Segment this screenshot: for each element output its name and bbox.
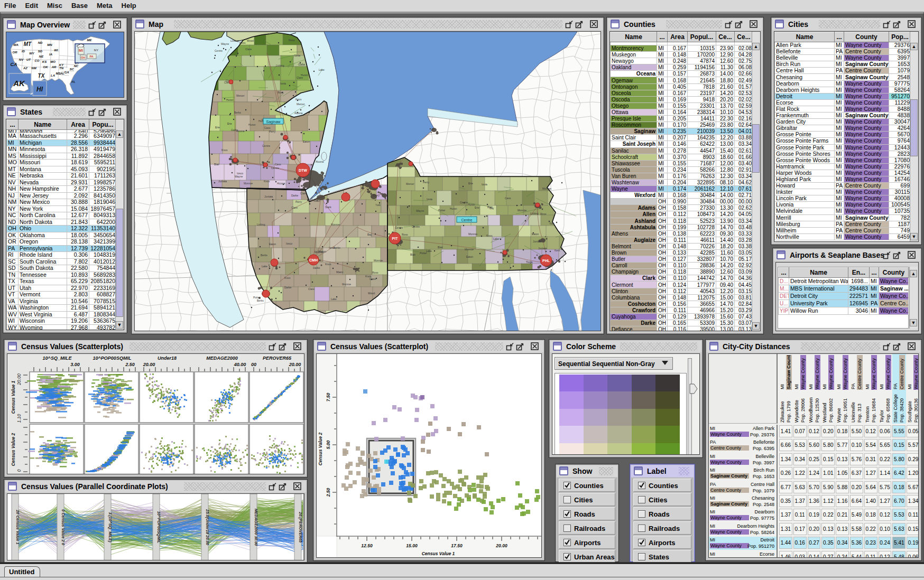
- svg-text:Huron: Huron: [301, 73, 308, 77]
- svg-text:Blair: Blair: [438, 246, 443, 249]
- svg-text:SC: SC: [70, 68, 75, 71]
- svg-text:Licking: Licking: [230, 39, 239, 42]
- svg-text:10^POP00SQMIL: 10^POP00SQMIL: [156, 511, 161, 544]
- svg-text:KS: KS: [42, 60, 47, 63]
- svg-text:LA: LA: [51, 74, 55, 77]
- svg-text:Centre: Centre: [395, 226, 403, 229]
- svg-text:Alcona: Alcona: [277, 182, 285, 185]
- svg-text:CO: CO: [35, 59, 40, 62]
- svg-text:17.50: 17.50: [451, 543, 463, 548]
- svg-text:NV: NV: [19, 58, 24, 61]
- svg-text:Mason: Mason: [318, 250, 326, 253]
- svg-text:Alcona: Alcona: [294, 111, 303, 115]
- svg-text:TN: TN: [59, 67, 64, 70]
- svg-text:Clare: Clare: [300, 192, 307, 195]
- svg-text:PEROVER65: PEROVER65: [263, 356, 292, 361]
- svg-text:York: York: [375, 203, 381, 207]
- svg-text:Ross: Ross: [540, 212, 547, 216]
- svg-text:Eaton: Eaton: [466, 255, 473, 258]
- svg-text:Knox: Knox: [365, 275, 372, 278]
- svg-text:Berks: Berks: [334, 246, 340, 249]
- svg-text:10^SQ_MILE: 10^SQ_MILE: [43, 356, 72, 361]
- svg-text:Mercer: Mercer: [297, 102, 305, 106]
- svg-text:Mercer: Mercer: [406, 182, 414, 185]
- svg-text:Ionia: Ionia: [427, 198, 432, 201]
- svg-text:Eaton: Eaton: [269, 242, 276, 246]
- svg-text:20 Census Value 1: 20 Census Value 1: [15, 509, 20, 545]
- svg-text:Knox: Knox: [295, 98, 302, 101]
- svg-text:Monroe: Monroe: [518, 209, 526, 212]
- svg-text:Ionia: Ionia: [329, 246, 335, 249]
- svg-text:WY: WY: [29, 52, 35, 55]
- svg-text:Licking: Licking: [530, 212, 539, 215]
- svg-text:Potter: Potter: [420, 251, 427, 255]
- svg-text:Saginaw: Saginaw: [266, 120, 281, 124]
- svg-text:PA: PA: [89, 55, 93, 58]
- svg-text:Knox: Knox: [221, 148, 228, 152]
- svg-text:Cass: Cass: [264, 126, 271, 129]
- svg-text:Clare: Clare: [291, 206, 298, 209]
- svg-text:Cass: Cass: [505, 197, 511, 200]
- svg-text:Juniata: Juniata: [264, 195, 273, 198]
- svg-text:Miami: Miami: [336, 270, 343, 274]
- svg-text:Alcona: Alcona: [316, 160, 324, 163]
- svg-text:Blair: Blair: [487, 205, 493, 209]
- svg-text:1.10: 1.10: [16, 414, 22, 423]
- svg-text:CMH: CMH: [309, 258, 318, 262]
- svg-text:Ionia: Ionia: [482, 183, 487, 186]
- svg-text:Perry: Perry: [269, 130, 275, 133]
- svg-text:Knox: Knox: [486, 234, 493, 237]
- svg-text:IA: IA: [49, 53, 52, 56]
- svg-text:Clare: Clare: [308, 287, 315, 291]
- svg-text:5.00: 5.00: [326, 440, 331, 449]
- svg-text:Ross: Ross: [402, 233, 408, 236]
- svg-text:Stark: Stark: [325, 205, 331, 209]
- svg-text:Kent: Kent: [555, 249, 560, 252]
- svg-text:Bay: Bay: [367, 233, 372, 236]
- svg-text:MEDAGE2000 30.00: MEDAGE2000 30.00: [254, 509, 258, 546]
- svg-text:Lake: Lake: [493, 237, 499, 240]
- svg-text:0: 0: [16, 469, 22, 472]
- svg-text:2.50: 2.50: [125, 362, 135, 367]
- svg-text:Mercer: Mercer: [236, 94, 245, 97]
- svg-text:Darke: Darke: [284, 286, 292, 289]
- svg-text:Huron: Huron: [450, 207, 457, 210]
- svg-text:Ross: Ross: [278, 91, 284, 94]
- svg-text:Gallia: Gallia: [231, 128, 238, 132]
- svg-text:UT: UT: [26, 58, 31, 61]
- svg-text:Census Value 2: Census Value 2: [11, 433, 16, 466]
- svg-text:Perry: Perry: [295, 200, 302, 203]
- svg-text:Erie: Erie: [468, 182, 473, 185]
- svg-text:MI: MI: [79, 49, 83, 52]
- svg-text:Blair: Blair: [410, 253, 415, 256]
- svg-text:Census Value 1: Census Value 1: [422, 551, 455, 556]
- svg-text:15.00: 15.00: [406, 543, 418, 548]
- svg-text:PHL: PHL: [542, 259, 550, 263]
- svg-text:0 Census Value 2 0: 0 Census Value 2 0: [61, 509, 66, 546]
- svg-text:3.(10^SQ_MILE): 3.(10^SQ_MILE): [108, 512, 113, 542]
- svg-text:AR: AR: [51, 66, 57, 69]
- svg-text:OH: OH: [81, 56, 85, 59]
- svg-text:Eaton: Eaton: [532, 232, 539, 236]
- svg-text:Ross: Ross: [239, 41, 246, 44]
- svg-text:Wood: Wood: [368, 292, 375, 295]
- svg-text:Berks: Berks: [257, 299, 264, 302]
- svg-text:2.50: 2.50: [326, 488, 331, 497]
- svg-text:Darke: Darke: [291, 194, 299, 197]
- svg-text:Lake: Lake: [426, 249, 432, 252]
- svg-text:NC: NC: [74, 64, 79, 68]
- svg-text:Wayne: Wayne: [235, 175, 243, 178]
- svg-text:PIT: PIT: [392, 237, 399, 240]
- svg-text:NE: NE: [39, 55, 44, 58]
- svg-text:Monroe: Monroe: [331, 223, 340, 226]
- svg-text:TX: TX: [38, 73, 45, 79]
- svg-text:Juniata: Juniata: [538, 247, 547, 250]
- svg-text:Berks: Berks: [261, 254, 267, 257]
- svg-text:Monroe: Monroe: [542, 187, 551, 190]
- svg-text:WI: WI: [54, 49, 58, 52]
- svg-text:10^POP00SQMIL: 10^POP00SQMIL: [93, 356, 132, 361]
- svg-text:Centre: Centre: [215, 49, 223, 52]
- svg-text:20.00: 20.00: [289, 362, 301, 367]
- svg-text:Berks: Berks: [234, 111, 241, 114]
- svg-text:NY: NY: [94, 49, 98, 52]
